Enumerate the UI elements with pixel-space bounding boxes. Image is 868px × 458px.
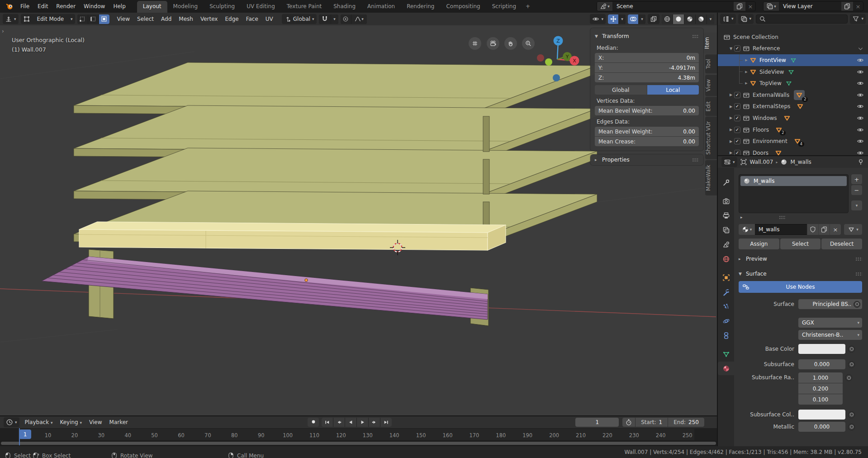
display-mode-dropdown[interactable]: ▾ [738, 14, 754, 24]
editor-type-timeline-icon[interactable]: ▾ [4, 417, 19, 427]
collection-checkbox[interactable]: ✓ [734, 103, 740, 110]
collection-checkbox[interactable]: ✓ [734, 150, 740, 155]
add-slot-button[interactable]: + [851, 174, 862, 184]
workspace-tab-animation[interactable]: Animation [361, 1, 401, 13]
subsurface-field[interactable]: 0.000 [798, 359, 845, 369]
orientation-dropdown[interactable]: Global ▾ [282, 14, 317, 24]
sidebar-tab-shortcut-vur[interactable]: Shortcut VUr [705, 117, 717, 159]
viewport-menu-face[interactable]: Face [242, 13, 262, 25]
properties-tab-material-icon[interactable] [718, 362, 734, 375]
socket-icon[interactable] [848, 411, 855, 418]
panel-grip[interactable] [855, 272, 862, 276]
zoom-icon[interactable] [522, 37, 535, 50]
properties-tab-object-data-icon[interactable] [718, 347, 734, 361]
play-back-button[interactable] [345, 418, 356, 427]
workspace-tab-layout[interactable]: Layout [137, 1, 167, 13]
shading-wireframe-button[interactable] [662, 14, 673, 24]
unlink-material-icon[interactable]: × [830, 224, 841, 235]
subsurface-method-dropdown[interactable]: Christensen-B.. ▾ [798, 330, 862, 340]
record-button[interactable] [308, 418, 319, 427]
editor-type-outliner-icon[interactable]: ▾ [720, 14, 736, 24]
eye-icon[interactable] [857, 80, 864, 87]
edges-bevel-field[interactable]: Mean Bevel Weight:0.00 [595, 127, 699, 136]
item-name[interactable]: Floors [753, 127, 769, 133]
mode-dropdown[interactable]: Edit Mode ▾ [21, 14, 75, 24]
properties-panel-collapsed[interactable]: ▸ Properties [590, 154, 703, 165]
panel-grip[interactable] [692, 158, 699, 162]
outliner-row-environment[interactable]: ▶✓Environment4 [718, 135, 868, 147]
proportional-edit-icon[interactable] [341, 14, 351, 24]
shading-material-button[interactable] [684, 14, 695, 24]
expand-arrow-icon[interactable]: ▶ [728, 93, 734, 97]
item-name[interactable]: Scene Collection [733, 34, 778, 40]
edges-crease-field[interactable]: Mean Crease:0.00 [595, 137, 699, 146]
global-button[interactable]: Global [595, 85, 647, 95]
menu-render[interactable]: Render [52, 3, 80, 10]
outliner-row-externalwalls[interactable]: ▶✓ExternalWalls2 [718, 89, 868, 101]
viewport-menu-view[interactable]: View [114, 13, 133, 25]
properties-tab-tool-icon[interactable] [718, 176, 734, 189]
eye-icon[interactable] [857, 68, 864, 76]
material-name-field[interactable]: M_walls [755, 224, 807, 235]
shading-dropdown[interactable]: ▾ [707, 14, 714, 24]
menu-help[interactable]: Help [109, 3, 129, 10]
mesh-object-icon[interactable]: 2 [794, 90, 805, 100]
eye-icon[interactable] [857, 126, 864, 134]
eye-icon[interactable] [857, 57, 864, 64]
view-layer-selector[interactable]: ▾ View Layer × [763, 1, 863, 11]
workspace-tab-sculpting[interactable]: Sculpting [204, 1, 241, 13]
outliner-row-doors[interactable]: ▶✓Doors [718, 147, 868, 155]
menu-window[interactable]: Window [80, 3, 109, 10]
collection-checkbox[interactable]: ✓ [734, 45, 740, 52]
socket-icon[interactable] [848, 346, 855, 353]
viewport-menu-uv[interactable]: UV [262, 13, 277, 25]
eye-icon[interactable] [857, 138, 864, 145]
viewport-menu-add[interactable]: Add [157, 13, 175, 25]
material-slot-list[interactable]: M_walls [739, 174, 849, 213]
deselect-button[interactable]: Deselect [821, 239, 862, 249]
workspace-tab-shading[interactable]: Shading [327, 1, 361, 13]
properties-tab-physics-icon[interactable] [718, 314, 734, 328]
menu-edit[interactable]: Edit [33, 3, 52, 10]
grid-toggle-icon[interactable] [469, 37, 481, 50]
distribution-dropdown[interactable]: GGX ▾ [798, 318, 862, 328]
new-material-copy-icon[interactable] [818, 224, 830, 235]
outliner-row-reference[interactable]: ▼✓Reference [718, 43, 868, 55]
viewport-canvas[interactable]: › User Orthographic (Local) (1) Wall.007 [0, 25, 717, 415]
expand-arrow-icon[interactable]: ▶ [743, 70, 749, 74]
workspace-tab-rendering[interactable]: Rendering [401, 1, 440, 13]
select-button[interactable]: Select [780, 239, 821, 249]
skip-end-button[interactable] [380, 418, 392, 427]
timeline-menu-keying[interactable]: Keying ▾ [56, 419, 85, 425]
expand-arrow-icon[interactable]: ▶ [728, 116, 734, 120]
stopwatch-icon[interactable] [622, 418, 635, 427]
mesh-object-icon[interactable] [797, 103, 804, 110]
collection-checkbox[interactable]: ✓ [734, 127, 740, 133]
overlays-dropdown[interactable]: ▾ [639, 14, 645, 24]
scene-name[interactable]: Scene [612, 3, 734, 10]
expand-arrow-icon[interactable]: ▼ [728, 47, 734, 51]
workspace-tab-compositing[interactable]: Compositing [440, 1, 486, 13]
expand-arrow-icon[interactable]: ▶ [728, 128, 734, 132]
browse-material-dropdown[interactable]: ▾ [739, 224, 755, 235]
radius-x-field[interactable]: 1.000 [798, 372, 843, 383]
falloff-dropdown[interactable]: ▾ [351, 14, 367, 24]
outliner-row-scene-collection[interactable]: Scene Collection [718, 31, 868, 43]
chevron-down-icon[interactable] [857, 45, 864, 52]
timeline-menu-marker[interactable]: Marker [106, 419, 132, 425]
expand-arrow-icon[interactable]: ▶ [728, 151, 734, 155]
collection-checkbox[interactable]: ✓ [734, 138, 740, 144]
workspace-tab-uv-editing[interactable]: UV Editing [241, 1, 281, 13]
workspace-tab-texture-paint[interactable]: Texture Paint [281, 1, 327, 13]
editor-type-3d-icon[interactable]: ▾ [3, 14, 19, 24]
item-name[interactable]: Reference [753, 45, 780, 52]
end-frame-field[interactable]: End:250 [668, 418, 704, 427]
scene-icon[interactable]: ▾ [597, 1, 612, 11]
prev-key-button[interactable] [333, 418, 345, 427]
median-y-field[interactable]: Y:-4.0917m [595, 63, 699, 72]
collection-checkbox[interactable]: ✓ [734, 92, 740, 98]
item-name[interactable]: ExternalWalls [753, 92, 789, 98]
metallic-field[interactable]: 0.000 [798, 422, 845, 432]
item-name[interactable]: FrontView [759, 57, 786, 63]
sidebar-tab-item[interactable]: Item [704, 33, 717, 53]
